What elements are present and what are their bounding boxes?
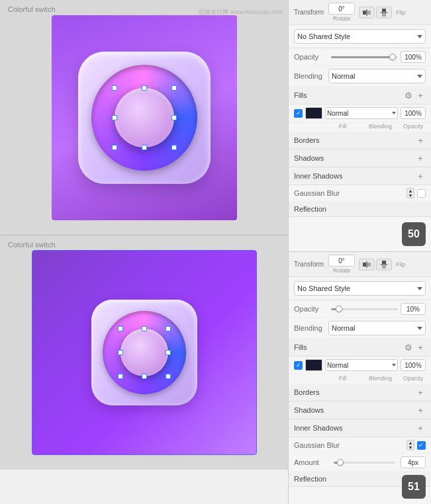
top-fill-checkbox[interactable]: [294, 109, 303, 118]
bottom-fill-color-swatch[interactable]: [305, 359, 322, 371]
bottom-fill-opacity-value: 100%: [401, 359, 426, 371]
top-opacity-slider[interactable]: [331, 56, 398, 58]
top-opacity-row: Opacity 100%: [289, 48, 431, 66]
top-gaussian-up[interactable]: ▲: [407, 189, 414, 193]
handle-bottom-mid[interactable]: [142, 145, 147, 150]
top-shadows-title: Shadows: [294, 154, 414, 162]
top-opacity-label: Opacity: [294, 53, 328, 61]
top-fill-color-swatch[interactable]: [305, 107, 322, 119]
bottom-rotate-label: Rotate: [333, 267, 351, 274]
handle-top-right[interactable]: [171, 85, 177, 91]
top-gaussian-down[interactable]: ▼: [407, 193, 414, 198]
top-opacity-fill: [331, 56, 391, 58]
top-fill-blending-label: Blending: [363, 123, 398, 130]
handle-top-mid[interactable]: [142, 85, 147, 91]
bottom-gaussian-checkbox[interactable]: [417, 441, 426, 450]
bottom-opacity-slider[interactable]: [331, 308, 398, 310]
top-inner-shadows-add-icon[interactable]: +: [415, 171, 426, 181]
bottom-amount-row: Amount 4px: [289, 454, 431, 472]
bottom-fill-blending-label: Blending: [363, 375, 398, 382]
top-reflection-title: Reflection: [294, 205, 426, 213]
bottom-gaussian-up[interactable]: ▲: [407, 441, 414, 445]
bottom-fill-checkbox[interactable]: [294, 361, 303, 370]
svg-rect-3: [382, 9, 386, 12]
top-canvas-bg: [52, 15, 237, 220]
bottom-app-icon-ring: [103, 311, 186, 394]
bottom-canvas-area: [0, 235, 288, 470]
bottom-gaussian-stepper[interactable]: ▲ ▼: [407, 440, 414, 450]
bottom-handle-mid-left[interactable]: [118, 350, 123, 355]
svg-rect-9: [382, 261, 386, 264]
top-fill-blend-select[interactable]: Normal: [325, 107, 398, 119]
top-reflection-header: Reflection: [289, 202, 431, 217]
bottom-rotate-input[interactable]: [328, 255, 355, 267]
top-flip-v-button[interactable]: [376, 7, 392, 19]
bottom-handle-top-left[interactable]: [118, 326, 123, 331]
bottom-inner-shadows-title: Inner Shadows: [294, 424, 414, 432]
bottom-amount-slider[interactable]: [334, 462, 395, 464]
svg-rect-7: [367, 263, 371, 267]
bottom-opacity-thumb[interactable]: [336, 306, 342, 312]
top-opacity-thumb[interactable]: [389, 54, 396, 60]
top-shared-style-select[interactable]: No Shared Style: [294, 29, 426, 44]
bottom-canvas-bg: [32, 250, 257, 455]
top-flip-h-button[interactable]: [359, 7, 375, 19]
svg-rect-6: [363, 263, 366, 267]
top-rotate-input[interactable]: [328, 3, 355, 15]
top-blending-select[interactable]: Normal: [328, 69, 426, 83]
top-canvas-area: [0, 0, 288, 235]
bottom-gaussian-label: Gaussian Blur: [294, 441, 404, 449]
bottom-opacity-row: Opacity 10%: [289, 300, 431, 318]
bottom-handle-mid-right[interactable]: [166, 350, 171, 355]
handle-mid-right[interactable]: [171, 115, 177, 120]
bottom-fills-add-icon[interactable]: +: [415, 342, 426, 353]
bottom-blending-row: Blending Normal: [289, 318, 431, 339]
bottom-fills-settings-icon[interactable]: ⚙: [403, 342, 414, 353]
top-inner-shadows-title: Inner Shadows: [294, 172, 414, 180]
bottom-handle-bottom-left[interactable]: [118, 374, 123, 379]
svg-rect-4: [382, 13, 386, 17]
top-gaussian-row: Gaussian Blur ▲ ▼: [289, 185, 431, 202]
top-app-icon-bg: [78, 52, 211, 184]
bottom-blending-select[interactable]: Normal: [328, 321, 426, 335]
bottom-amount-thumb[interactable]: [337, 459, 344, 466]
top-fill-labels: Fill Blending Opacity: [289, 122, 431, 132]
bottom-shared-style-row: No Shared Style: [289, 277, 431, 300]
bottom-handle-top-mid[interactable]: [142, 326, 147, 331]
top-fills-add-icon[interactable]: +: [415, 90, 426, 101]
bottom-transform-rotate-col: Rotate: [328, 255, 355, 274]
bottom-flip-h-button[interactable]: [359, 259, 375, 271]
bottom-fills-title: Fills: [294, 343, 402, 351]
bottom-borders-add-icon[interactable]: +: [415, 387, 426, 398]
bottom-fill-row: Normal 100%: [289, 357, 431, 374]
bottom-inner-shadows-header: Inner Shadows +: [289, 419, 431, 437]
bottom-shadows-header: Shadows +: [289, 401, 431, 419]
top-blending-label: Blending: [294, 72, 328, 80]
top-gaussian-checkbox[interactable]: [417, 189, 426, 198]
top-gaussian-stepper[interactable]: ▲ ▼: [407, 188, 414, 198]
handle-mid-left[interactable]: [112, 115, 117, 120]
handle-bottom-left[interactable]: [112, 145, 117, 150]
bottom-handle-bottom-mid[interactable]: [142, 374, 147, 379]
bottom-fill-opacity-label: Opacity: [401, 375, 426, 382]
bottom-fills-header: Fills ⚙ +: [289, 339, 431, 357]
bottom-flip-v-button[interactable]: [376, 259, 392, 271]
bottom-shadows-add-icon[interactable]: +: [415, 405, 426, 415]
top-borders-header: Borders +: [289, 132, 431, 149]
bottom-fill-label: Fill: [325, 375, 360, 382]
handle-top-left[interactable]: [112, 85, 117, 91]
top-shadows-add-icon[interactable]: +: [415, 153, 426, 163]
top-fills-settings-icon[interactable]: ⚙: [403, 90, 414, 101]
bottom-handle-bottom-right[interactable]: [166, 374, 171, 379]
handle-bottom-right[interactable]: [171, 145, 177, 150]
bottom-gaussian-down[interactable]: ▼: [407, 445, 414, 450]
bottom-fill-blend-select[interactable]: Normal: [325, 359, 398, 371]
top-borders-add-icon[interactable]: +: [415, 135, 426, 146]
bottom-inner-shadows-add-icon[interactable]: +: [415, 423, 426, 433]
bottom-handle-top-right[interactable]: [166, 326, 171, 331]
bottom-shared-style-select[interactable]: No Shared Style: [294, 281, 426, 296]
top-reflection-content: 50: [289, 217, 431, 251]
top-fill-row: Normal 100%: [289, 105, 431, 122]
top-borders-title: Borders: [294, 136, 414, 144]
bottom-reflection-badge: 51: [402, 475, 426, 499]
